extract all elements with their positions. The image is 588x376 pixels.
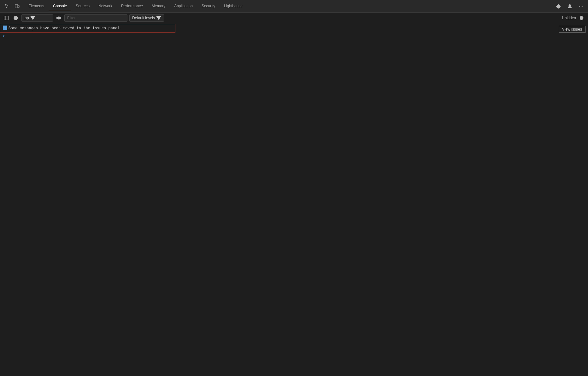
clear-console-btn[interactable] — [12, 14, 20, 22]
issues-message-banner: i Some messages have been moved to the I… — [0, 24, 175, 33]
tab-elements[interactable]: Elements — [24, 1, 49, 11]
svg-rect-0 — [15, 4, 18, 8]
main-content: top Default levels 1 hidden — [0, 13, 588, 376]
info-icon: i — [3, 26, 7, 30]
tab-lighthouse[interactable]: Lighthouse — [220, 1, 247, 11]
remote-devices-btn[interactable] — [565, 2, 574, 11]
tab-performance[interactable]: Performance — [117, 1, 147, 11]
svg-rect-3 — [4, 16, 9, 20]
console-toolbar: top Default levels 1 hidden — [0, 13, 588, 23]
context-selector[interactable]: top — [21, 14, 53, 22]
filter-input[interactable] — [64, 14, 127, 22]
tab-list: Elements Console Sources Network Perform… — [24, 1, 247, 11]
hidden-settings-btn[interactable] — [578, 14, 585, 22]
tab-memory[interactable]: Memory — [147, 1, 170, 11]
device-toggle-btn[interactable] — [13, 2, 21, 11]
tab-bar-right: ⋯ — [554, 2, 585, 11]
ellipsis-icon: ⋯ — [579, 3, 584, 9]
toggle-sidebar-btn[interactable] — [3, 14, 10, 22]
svg-point-8 — [58, 17, 59, 19]
console-area[interactable]: i Some messages have been moved to the I… — [0, 23, 588, 376]
tab-security[interactable]: Security — [197, 1, 220, 11]
gear-icon — [556, 4, 561, 9]
person-icon — [567, 4, 572, 9]
chevron-down-icon — [30, 15, 35, 21]
sidebar-icon — [4, 15, 9, 21]
tab-network[interactable]: Network — [94, 1, 117, 11]
clear-icon — [13, 15, 18, 21]
log-level-btn[interactable]: Default levels — [129, 14, 164, 22]
hidden-count-area: 1 hidden — [562, 14, 585, 22]
prompt-arrow: > — [3, 34, 5, 38]
hidden-count-text: 1 hidden — [562, 16, 576, 20]
cursor-icon — [4, 4, 9, 9]
console-prompt-line[interactable]: > — [0, 33, 588, 39]
tab-bar-left — [3, 2, 21, 11]
log-level-label: Default levels — [132, 16, 155, 20]
tab-bar: Elements Console Sources Network Perform… — [0, 0, 588, 13]
issues-message-text: Some messages have been moved to the Iss… — [9, 26, 122, 31]
more-options-btn[interactable]: ⋯ — [577, 2, 585, 11]
view-issues-btn[interactable]: View issues — [559, 26, 585, 33]
hidden-gear-icon — [579, 15, 584, 21]
log-level-chevron-icon — [156, 15, 161, 21]
eye-icon-btn[interactable] — [55, 14, 62, 22]
device-icon — [15, 4, 20, 9]
context-value: top — [24, 16, 29, 20]
cursor-icon-btn[interactable] — [3, 2, 11, 11]
svg-point-2 — [569, 4, 571, 6]
settings-btn[interactable] — [554, 2, 563, 11]
tab-application[interactable]: Application — [170, 1, 197, 11]
tab-console[interactable]: Console — [49, 1, 71, 11]
eye-icon — [56, 15, 61, 21]
svg-rect-1 — [18, 5, 19, 8]
tab-sources[interactable]: Sources — [71, 1, 94, 11]
